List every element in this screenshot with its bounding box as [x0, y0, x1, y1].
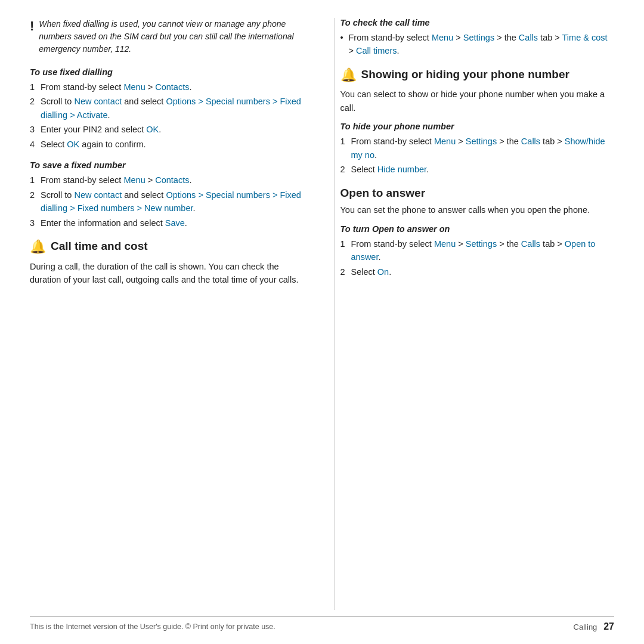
- notice-text: When fixed dialling is used, you cannot …: [39, 18, 304, 55]
- use-fixed-dialling-section: To use fixed dialling 1 From stand-by se…: [30, 67, 304, 151]
- showing-hiding-icon: 🔔: [340, 67, 357, 83]
- check-call-time-section: To check the call time From stand-by sel…: [340, 18, 615, 58]
- call-time-title: Call time and cost: [51, 239, 148, 253]
- footer-section: Calling: [574, 623, 597, 631]
- call-time-section: 🔔 Call time and cost During a call, the …: [30, 239, 304, 286]
- turn-open-steps: 1 From stand-by select Menu > Settings >…: [340, 237, 615, 278]
- check-call-time-title: To check the call time: [340, 18, 615, 27]
- save-fixed-number-steps: 1 From stand-by select Menu > Contacts. …: [30, 174, 304, 230]
- save-step-3: 3 Enter the information and select Save.: [30, 216, 304, 230]
- call-time-heading: 🔔 Call time and cost: [30, 239, 304, 255]
- notice-box: ! When fixed dialling is used, you canno…: [30, 18, 304, 55]
- open-answer-title: Open to answer: [340, 186, 615, 200]
- call-time-desc: During a call, the duration of the call …: [30, 260, 304, 287]
- use-fixed-dialling-title: To use fixed dialling: [30, 67, 304, 77]
- check-call-time-bullets: From stand-by select Menu > Settings > t…: [340, 31, 615, 58]
- turn-open-step-1: 1 From stand-by select Menu > Settings >…: [340, 237, 615, 264]
- showing-hiding-desc: You can select to show or hide your phon…: [340, 88, 615, 114]
- footer-section-page: Calling 27: [574, 621, 614, 632]
- step-1: 1 From stand-by select Menu > Contacts.: [30, 80, 304, 94]
- hide-step-2: 2 Select Hide number.: [340, 163, 615, 176]
- use-fixed-dialling-steps: 1 From stand-by select Menu > Contacts. …: [30, 80, 304, 151]
- check-call-time-item: From stand-by select Menu > Settings > t…: [340, 31, 615, 58]
- showing-hiding-title: Showing or hiding your phone number: [361, 67, 569, 82]
- showing-hiding-section: 🔔 Showing or hiding your phone number Yo…: [340, 67, 615, 114]
- turn-open-section: To turn Open to answer on 1 From stand-b…: [340, 224, 615, 278]
- footer: This is the Internet version of the User…: [30, 616, 614, 632]
- turn-open-step-2: 2 Select On.: [340, 265, 615, 278]
- open-answer-section: Open to answer You can set the phone to …: [340, 186, 615, 217]
- right-column: To check the call time From stand-by sel…: [334, 18, 615, 610]
- step-2: 2 Scroll to New contact and select Optio…: [30, 95, 304, 122]
- save-fixed-number-title: To save a fixed number: [30, 160, 304, 170]
- showing-hiding-heading: 🔔 Showing or hiding your phone number: [340, 67, 615, 83]
- exclamation-icon: !: [30, 18, 34, 35]
- left-column: ! When fixed dialling is used, you canno…: [30, 18, 316, 610]
- save-fixed-number-section: To save a fixed number 1 From stand-by s…: [30, 160, 304, 230]
- open-answer-desc: You can set the phone to answer calls wh…: [340, 203, 615, 216]
- footer-page-number: 27: [603, 621, 614, 631]
- hide-phone-title: To hide your phone number: [340, 122, 615, 131]
- hide-phone-section: To hide your phone number 1 From stand-b…: [340, 122, 615, 176]
- save-step-2: 2 Scroll to New contact and select Optio…: [30, 188, 304, 215]
- step-3: 3 Enter your PIN2 and select OK.: [30, 123, 304, 136]
- turn-open-title: To turn Open to answer on: [340, 224, 615, 234]
- hide-phone-steps: 1 From stand-by select Menu > Settings >…: [340, 135, 615, 176]
- hide-step-1: 1 From stand-by select Menu > Settings >…: [340, 135, 615, 162]
- save-step-1: 1 From stand-by select Menu > Contacts.: [30, 174, 304, 187]
- call-time-icon: 🔔: [30, 239, 46, 255]
- footer-note: This is the Internet version of the User…: [30, 623, 275, 631]
- step-4: 4 Select OK again to confirm.: [30, 138, 304, 151]
